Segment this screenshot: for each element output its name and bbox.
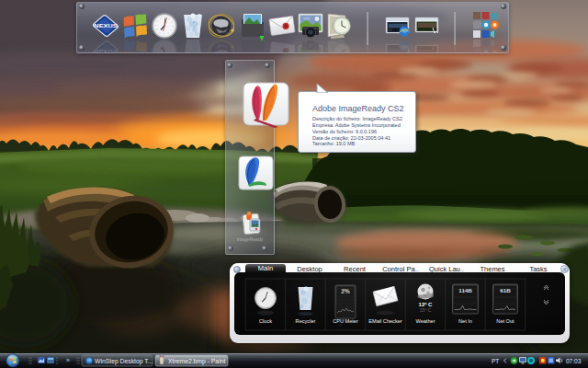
svg-text:WinStep Desktop T...: WinStep Desktop T...	[95, 358, 153, 365]
svg-text:Weather: Weather	[415, 318, 435, 324]
svg-text:61B: 61B	[500, 286, 511, 293]
svg-text:114B: 114B	[458, 286, 472, 293]
svg-text:EMail Checker: EMail Checker	[368, 318, 402, 324]
svg-text:NEXUS: NEXUS	[94, 23, 118, 29]
svg-text:Clock: Clock	[259, 318, 272, 324]
svg-text:CPU Meter: CPU Meter	[333, 318, 358, 324]
svg-text:07:03: 07:03	[566, 358, 582, 364]
svg-text:Xtreme2.bmp - Paint: Xtreme2.bmp - Paint	[168, 358, 225, 365]
svg-text:ImageReady: ImageReady	[237, 236, 264, 242]
svg-text:Net Out: Net Out	[496, 318, 514, 324]
svg-text:15º C: 15º C	[420, 307, 432, 313]
svg-text:»: »	[66, 357, 70, 363]
svg-text:Recycler: Recycler	[296, 318, 316, 324]
svg-text:PT: PT	[492, 358, 499, 364]
svg-text:Net In: Net In	[458, 318, 472, 324]
